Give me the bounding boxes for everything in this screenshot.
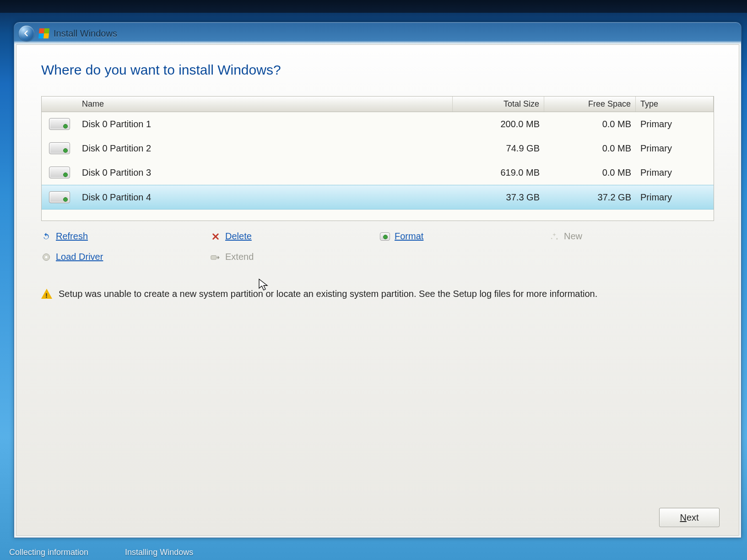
svg-point-3 <box>45 256 48 258</box>
partition-row[interactable]: Disk 0 Partition 437.3 GB37.2 GBPrimary <box>42 185 714 210</box>
extend-label: Extend <box>225 252 254 262</box>
partition-row[interactable]: Disk 0 Partition 274.9 GB0.0 MBPrimary <box>42 136 714 161</box>
partition-name: Disk 0 Partition 2 <box>77 140 453 156</box>
partition-name: Disk 0 Partition 4 <box>77 189 453 205</box>
disk-icon <box>49 167 70 178</box>
partition-total-size: 74.9 GB <box>453 140 544 156</box>
step-installing: Installing Windows <box>125 548 193 557</box>
partition-total-size: 619.0 MB <box>453 165 544 181</box>
extend-icon <box>211 252 221 262</box>
back-button[interactable] <box>19 26 34 41</box>
disk-icon <box>49 142 70 154</box>
format-link[interactable]: Format <box>380 231 545 242</box>
back-arrow-icon <box>22 29 31 38</box>
svg-point-0 <box>556 238 558 239</box>
new-label: New <box>564 231 582 242</box>
window-title: Install Windows <box>54 28 117 39</box>
column-header-type[interactable]: Type <box>636 97 714 112</box>
extend-link: Extend <box>211 252 375 262</box>
delete-label: Delete <box>225 231 252 242</box>
partition-name: Disk 0 Partition 1 <box>77 116 453 132</box>
column-header-total[interactable]: Total Size <box>453 97 544 112</box>
partition-type: Primary <box>636 189 714 205</box>
wizard-steps: Collecting information Installing Window… <box>0 548 747 557</box>
partition-type: Primary <box>636 140 714 156</box>
install-windows-wizard: Install Windows Where do you want to ins… <box>14 22 742 538</box>
format-label: Format <box>395 231 423 242</box>
windows-logo-icon <box>38 28 49 38</box>
step-collecting: Collecting information <box>9 548 88 557</box>
warning-icon <box>41 289 52 299</box>
disk-icon <box>49 118 70 130</box>
format-icon <box>380 232 390 242</box>
partition-free-space: 0.0 MB <box>544 116 636 132</box>
load-driver-link[interactable]: Load Driver <box>41 252 206 262</box>
partition-free-space: 0.0 MB <box>544 165 636 181</box>
page-heading: Where do you want to install Windows? <box>41 62 714 78</box>
partition-total-size: 200.0 MB <box>453 116 544 132</box>
partition-type: Primary <box>636 116 714 132</box>
column-header-free[interactable]: Free Space <box>544 97 636 112</box>
delete-icon <box>211 232 221 242</box>
load-driver-label: Load Driver <box>56 252 103 262</box>
svg-point-1 <box>551 237 552 239</box>
partition-name: Disk 0 Partition 3 <box>77 165 453 181</box>
partition-free-space: 0.0 MB <box>544 140 636 156</box>
refresh-icon <box>41 232 51 242</box>
next-button[interactable]: Next <box>659 508 720 527</box>
refresh-link[interactable]: Refresh <box>41 231 206 242</box>
new-link: New <box>549 231 714 242</box>
delete-link[interactable]: Delete <box>211 231 375 242</box>
svg-rect-4 <box>211 255 217 259</box>
disk-icon <box>49 191 70 203</box>
warning-text: Setup was unable to create a new system … <box>59 288 597 300</box>
partition-free-space: 37.2 GB <box>544 189 636 205</box>
partition-total-size: 37.3 GB <box>453 189 544 205</box>
refresh-label: Refresh <box>56 231 88 242</box>
partition-grid: Name Total Size Free Space Type Disk 0 P… <box>41 96 714 221</box>
load-driver-icon <box>41 252 51 262</box>
partition-row[interactable]: Disk 0 Partition 1200.0 MB0.0 MBPrimary <box>42 112 714 136</box>
column-header-name[interactable]: Name <box>77 97 453 112</box>
title-bar: Install Windows <box>14 22 741 44</box>
partition-row[interactable]: Disk 0 Partition 3619.0 MB0.0 MBPrimary <box>42 161 714 185</box>
partition-type: Primary <box>636 165 714 181</box>
next-button-label: Next <box>680 512 698 523</box>
new-icon <box>549 232 559 242</box>
